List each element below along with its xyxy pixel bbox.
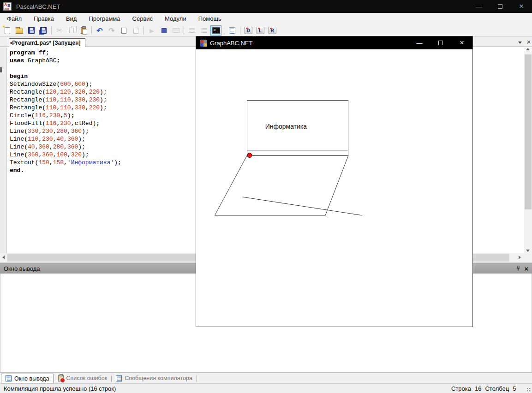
save-file-button[interactable] (26, 25, 37, 36)
chevron-down-icon (518, 42, 522, 44)
scroll-up-icon[interactable] (526, 48, 530, 50)
menu-bar: ФайлПравкаВидПрограммаСервисМодулиПомощь (0, 13, 532, 24)
close-icon: × (519, 2, 524, 11)
gutter-marker (0, 67, 2, 72)
code-text: program ff;uses GraphABC; beginSetWindow… (10, 49, 121, 174)
tab-program1[interactable]: •Program1.pas* [Запущен] (9, 38, 85, 47)
run-without-connection-button[interactable] (170, 25, 181, 36)
code-line: SetWindowSize(600,600); (10, 80, 121, 88)
editor-vertical-scrollbar[interactable] (524, 47, 532, 253)
nav-forward-button[interactable] (130, 25, 141, 36)
minimize-button[interactable]: — (468, 0, 490, 13)
run-icon: ▶ (149, 27, 154, 34)
indent-decrease-icon (189, 28, 195, 33)
code-line: begin (10, 72, 121, 80)
cut-button[interactable]: ✂ (54, 25, 65, 36)
save-all-button[interactable] (38, 25, 49, 36)
menu-view[interactable]: Вид (60, 13, 83, 24)
undo-button[interactable]: ↶ (94, 25, 105, 36)
drawn-circle (247, 153, 252, 158)
menu-help[interactable]: Помощь (192, 13, 227, 24)
code-line: Rectangle(110,110,330,230); (10, 96, 121, 104)
menu-file[interactable]: Файл (1, 13, 28, 24)
menu-service[interactable]: Сервис (126, 13, 159, 24)
compiler-messages-icon (116, 375, 122, 381)
app-titlebar: AB.net PascalABC.NET — × (0, 0, 532, 13)
redo-button[interactable]: ↷ (106, 25, 117, 36)
new-file-button[interactable]: * (2, 25, 13, 36)
close-icon: × (524, 265, 528, 273)
cut-icon: ✂ (57, 26, 63, 35)
net-view-d-button[interactable]: D (243, 25, 254, 36)
net-view-l-icon: L (257, 27, 264, 34)
drawn-line (325, 155, 348, 215)
window-controls: — × (468, 0, 532, 13)
app-title: PascalABC.NET (16, 3, 60, 10)
graphabc-window[interactable]: GraphABC.NET — × Информатика (196, 36, 473, 327)
resize-grip[interactable] (526, 387, 531, 392)
net-view-l-button[interactable]: L (255, 25, 266, 36)
code-line: Textout(150,158,'Информатика'); (10, 159, 121, 167)
minimize-icon: — (417, 40, 423, 47)
stop-icon (161, 28, 167, 33)
nav-back-icon (121, 28, 126, 34)
indent-increase-button[interactable] (198, 25, 209, 36)
maximize-button[interactable] (490, 0, 511, 13)
show-console-button[interactable] (210, 25, 221, 36)
graphabc-titlebar[interactable]: GraphABC.NET — × (196, 36, 472, 49)
scroll-left-icon[interactable] (2, 256, 5, 259)
scroll-down-icon[interactable] (526, 250, 530, 252)
graphabc-close-button[interactable]: × (451, 36, 472, 49)
open-file-button[interactable] (14, 25, 25, 36)
nav-forward-icon (133, 28, 138, 34)
close-button[interactable]: × (511, 0, 532, 13)
copy-button[interactable] (66, 25, 77, 36)
output-tab-label: Список ошибок (66, 375, 108, 381)
vertical-scrollbar-thumb[interactable] (525, 54, 532, 209)
drawn-text: Информатика (265, 123, 307, 130)
tab-list-dropdown-button[interactable] (516, 39, 524, 46)
code-line: Rectangle(120,120,320,220); (10, 88, 121, 96)
scrollbar-corner (524, 253, 532, 262)
close-icon: × (460, 38, 464, 48)
code-line: end. (10, 167, 121, 174)
error-list-icon (58, 375, 64, 381)
open-file-icon (16, 29, 23, 34)
bottom-tab-strip: Окно выводаСписок ошибокСообщения компил… (0, 373, 532, 383)
show-console-icon (212, 27, 220, 34)
graphabc-minimize-button[interactable]: — (409, 36, 430, 49)
editor-gutter (0, 47, 7, 253)
net-view-r-button[interactable]: R (267, 25, 278, 36)
paste-button[interactable] (78, 25, 89, 36)
menu-program[interactable]: Программа (83, 13, 126, 24)
menu-modules[interactable]: Модули (159, 13, 192, 24)
tab-program1-label: •Program1.pas* [Запущен] (10, 40, 80, 46)
net-view-r-icon: R (269, 27, 276, 34)
nav-back-button[interactable] (118, 25, 129, 36)
code-line: Rectangle(110,110,330,220); (10, 104, 121, 112)
code-line: uses GraphABC; (10, 57, 121, 65)
indent-decrease-button[interactable] (186, 25, 197, 36)
status-line-label: Строка (451, 385, 471, 392)
output-window-icon (6, 375, 12, 381)
output-panel-title: Окно вывода (4, 265, 40, 272)
output-tab-error-list[interactable]: Список ошибок (54, 373, 112, 383)
pin-icon[interactable] (515, 265, 521, 273)
output-panel-close-button[interactable]: × (524, 265, 528, 272)
graphabc-icon (200, 40, 206, 46)
tab-close-button[interactable]: × (525, 38, 532, 45)
run-button[interactable]: ▶ (146, 25, 157, 36)
toolbar-separator (51, 26, 52, 35)
scroll-right-icon[interactable] (519, 256, 521, 259)
output-tab-compiler-messages[interactable]: Сообщения компилятора (112, 373, 197, 383)
tab-separator (197, 375, 197, 382)
toolbar: *✂↶↷▶DLR (0, 24, 532, 37)
graphabc-drawing: Информатика (196, 49, 472, 327)
toolbar-separator (184, 26, 184, 35)
status-message: Компиляция прошла успешно (16 строк) (4, 385, 116, 392)
graphabc-maximize-button[interactable] (430, 36, 451, 49)
menu-edit[interactable]: Правка (28, 13, 60, 24)
output-tab-output-window[interactable]: Окно вывода (1, 374, 54, 383)
format-source-button[interactable] (227, 25, 238, 36)
stop-button[interactable] (158, 25, 169, 36)
